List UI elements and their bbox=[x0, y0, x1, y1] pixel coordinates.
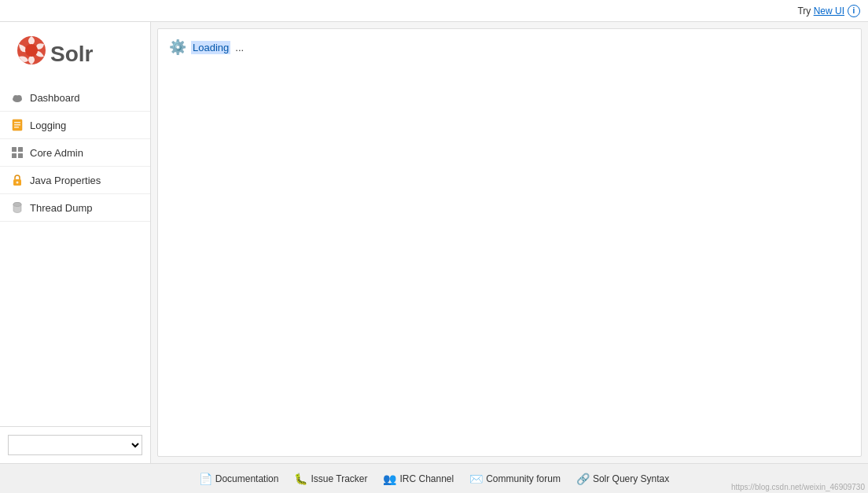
svg-rect-9 bbox=[14, 127, 19, 128]
community-forum-icon: ✉️ bbox=[469, 473, 483, 485]
try-label: Try bbox=[797, 6, 811, 17]
footer-link-documentation[interactable]: 📄 Documentation bbox=[199, 473, 279, 485]
loading-dots: ... bbox=[235, 42, 244, 53]
sidebar-item-dashboard[interactable]: Dashboard bbox=[0, 84, 150, 112]
logo-area: Solr bbox=[0, 22, 150, 84]
main-layout: Solr Dashboard bbox=[0, 22, 868, 463]
svg-rect-13 bbox=[18, 153, 23, 158]
solr-logo: Solr bbox=[13, 31, 107, 75]
svg-rect-7 bbox=[14, 122, 20, 123]
footer-link-solr-query-syntax[interactable]: 🔗 Solr Query Syntax bbox=[576, 473, 669, 485]
footer-label-solr-query-syntax: Solr Query Syntax bbox=[593, 473, 669, 484]
svg-point-17 bbox=[13, 203, 21, 207]
sidebar-label-dashboard: Dashboard bbox=[30, 92, 80, 104]
footer-label-documentation: Documentation bbox=[215, 473, 279, 484]
loading-spinner-icon: ⚙️ bbox=[169, 39, 186, 56]
sidebar-label-core-admin: Core Admin bbox=[30, 147, 83, 159]
footer-link-irc-channel[interactable]: 👥 IRC Channel bbox=[383, 473, 454, 485]
lock-icon bbox=[9, 172, 25, 188]
sidebar-item-logging[interactable]: Logging bbox=[0, 112, 150, 139]
nav-items: Dashboard Logging bbox=[0, 84, 150, 426]
sidebar-item-core-admin[interactable]: Core Admin bbox=[0, 139, 150, 167]
sidebar-label-java-properties: Java Properties bbox=[30, 175, 101, 186]
sidebar-item-thread-dump[interactable]: Thread Dump bbox=[0, 194, 150, 222]
solr-query-syntax-icon: 🔗 bbox=[576, 473, 590, 485]
svg-rect-8 bbox=[14, 124, 20, 126]
top-bar: Try New UI i bbox=[0, 0, 868, 22]
db-icon bbox=[9, 200, 25, 215]
info-icon[interactable]: i bbox=[848, 5, 860, 17]
grid-icon bbox=[9, 145, 25, 160]
svg-point-1 bbox=[25, 44, 38, 57]
footer-link-issue-tracker[interactable]: 🐛 Issue Tracker bbox=[294, 473, 367, 485]
watermark: https://blog.csdn.net/weixin_46909730 bbox=[731, 483, 865, 491]
svg-point-5 bbox=[17, 95, 22, 100]
sidebar: Solr Dashboard bbox=[0, 22, 151, 463]
page-icon bbox=[9, 117, 25, 133]
documentation-icon: 📄 bbox=[199, 473, 212, 485]
new-ui-link[interactable]: New UI bbox=[814, 6, 844, 17]
svg-rect-12 bbox=[12, 153, 17, 158]
footer-label-issue-tracker: Issue Tracker bbox=[311, 473, 367, 484]
svg-text:Solr: Solr bbox=[50, 42, 94, 66]
svg-rect-10 bbox=[12, 147, 17, 152]
cloud-icon bbox=[9, 90, 25, 105]
core-selector[interactable] bbox=[0, 426, 150, 463]
issue-tracker-icon: 🐛 bbox=[294, 473, 307, 485]
irc-channel-icon: 👥 bbox=[383, 473, 396, 485]
footer-label-irc-channel: IRC Channel bbox=[399, 473, 454, 484]
svg-rect-11 bbox=[18, 147, 23, 152]
core-dropdown[interactable] bbox=[8, 435, 142, 455]
content-area: ⚙️ Loading ... bbox=[157, 28, 862, 457]
svg-point-15 bbox=[17, 182, 19, 184]
footer-label-community-forum: Community forum bbox=[486, 473, 561, 484]
sidebar-label-thread-dump: Thread Dump bbox=[30, 202, 92, 214]
footer-link-community-forum[interactable]: ✉️ Community forum bbox=[469, 473, 561, 485]
sidebar-item-java-properties[interactable]: Java Properties bbox=[0, 167, 150, 194]
loading-bar: ⚙️ Loading ... bbox=[158, 29, 861, 65]
loading-text: Loading bbox=[191, 41, 230, 54]
sidebar-label-logging: Logging bbox=[30, 120, 66, 131]
